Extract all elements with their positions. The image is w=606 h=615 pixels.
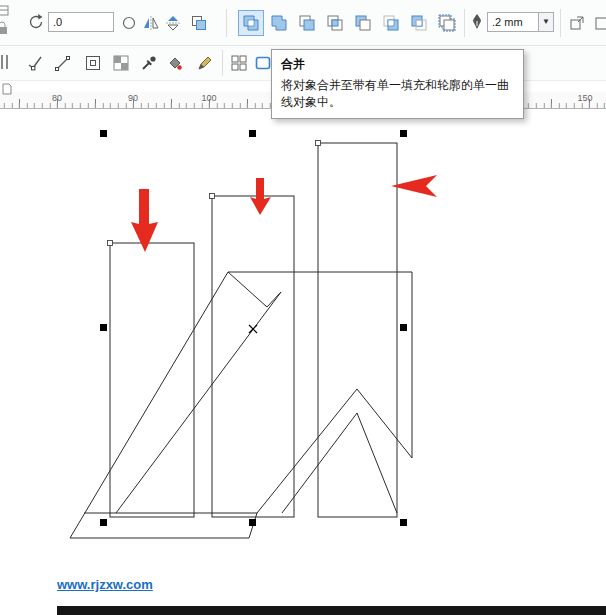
app-window: ▼ 80 90 100 150 合	[0, 0, 606, 615]
trim-button[interactable]	[294, 10, 320, 36]
weld-icon	[270, 14, 288, 32]
zigzag-top-chevron[interactable]	[116, 272, 412, 513]
line-tool-button[interactable]	[50, 50, 76, 76]
line-tool-icon	[54, 54, 72, 72]
front-minus-back-button[interactable]	[378, 10, 404, 36]
grid-icon	[230, 54, 248, 72]
simplify-button[interactable]	[350, 10, 376, 36]
box-icon	[594, 14, 606, 32]
rotation-angle-icon	[27, 13, 45, 35]
shape-tool-icon	[26, 54, 44, 72]
toolbar-separator	[222, 50, 223, 76]
weld-button[interactable]	[266, 10, 292, 36]
pattern-tool-button[interactable]	[108, 50, 134, 76]
intersect-icon	[326, 14, 344, 32]
node-marker	[210, 194, 215, 199]
toolbar-separator	[226, 9, 227, 37]
selection-handle-bottom-center[interactable]	[249, 519, 256, 526]
combine-button[interactable]	[238, 10, 264, 36]
rounded-rect-icon	[254, 54, 272, 72]
paint-bucket-icon	[166, 54, 184, 72]
eyedropper-button[interactable]	[136, 50, 162, 76]
clipped-tool-icon	[0, 52, 9, 76]
front-minus-back-icon	[382, 14, 400, 32]
clipped-right-button[interactable]	[590, 10, 606, 36]
trim-icon	[298, 14, 316, 32]
create-boundary-icon	[438, 14, 456, 32]
back-minus-front-icon	[410, 14, 428, 32]
toolbar-separator	[560, 9, 561, 37]
rotation-angle-input[interactable]	[48, 12, 114, 32]
ruler-label: 90	[128, 93, 138, 103]
bottom-dark-bar	[57, 606, 606, 615]
eyedropper-icon	[140, 54, 158, 72]
chevron-down-icon: ▼	[542, 17, 550, 26]
combine-icon	[242, 14, 260, 32]
selection-handle-top-right[interactable]	[400, 130, 407, 137]
box-arrow-icon	[568, 14, 586, 32]
checkerboard-icon	[112, 54, 130, 72]
toolbar-separator	[464, 9, 465, 37]
red-arrow-left	[391, 175, 437, 197]
selection-handle-bottom-left[interactable]	[100, 519, 107, 526]
ruler-label: 100	[201, 93, 216, 103]
rectangle-1[interactable]	[110, 243, 194, 517]
watermark-link[interactable]: www.rjzxw.com	[57, 577, 153, 592]
outline-width-dropdown-button[interactable]: ▼	[538, 12, 554, 32]
node-marker	[316, 141, 321, 146]
rectangle-3[interactable]	[318, 143, 397, 517]
intersect-button[interactable]	[322, 10, 348, 36]
paint-bucket-button[interactable]	[162, 50, 188, 76]
selection-handle-top-left[interactable]	[100, 130, 107, 137]
node-marker	[108, 241, 113, 246]
selection-handle-top-center[interactable]	[249, 130, 256, 137]
tooltip-description: 将对象合并至带有单一填充和轮廓的单一曲线对象中。	[281, 77, 514, 112]
ruler-label: 150	[577, 93, 592, 103]
page-icon	[1, 81, 13, 99]
back-minus-front-button[interactable]	[406, 10, 432, 36]
create-boundary-button[interactable]	[434, 10, 460, 36]
simplify-icon	[354, 14, 372, 32]
mirror-vertical-button[interactable]	[160, 10, 186, 36]
lock-icon	[0, 21, 10, 39]
clipped-toolbar-icon	[0, 4, 10, 22]
fill-tool-button[interactable]	[192, 50, 218, 76]
grid-paper-tool-button[interactable]	[80, 50, 106, 76]
arrange-button[interactable]	[186, 10, 212, 36]
mirror-horizontal-icon	[142, 14, 160, 32]
mirror-vertical-icon	[164, 14, 182, 32]
grid-button[interactable]	[226, 50, 252, 76]
rectangle-2[interactable]	[212, 196, 294, 517]
layers-icon	[190, 14, 208, 32]
circle-icon	[124, 18, 135, 29]
zigzag-base-band[interactable]	[70, 272, 257, 538]
tooltip: 合并 将对象合并至带有单一填充和轮廓的单一曲线对象中。	[271, 49, 524, 119]
zigzag-mountain-inner[interactable]	[282, 413, 397, 513]
ruler-label: 80	[52, 93, 62, 103]
shape-tool-button[interactable]	[22, 50, 48, 76]
pencil-icon	[196, 54, 214, 72]
selection-handle-bottom-right[interactable]	[400, 519, 407, 526]
selection-handle-mid-left[interactable]	[100, 324, 107, 331]
selection-center-marker[interactable]	[249, 325, 257, 333]
selection-handle-mid-right[interactable]	[400, 324, 407, 331]
zigzag-mountain-outer[interactable]	[257, 389, 412, 513]
tooltip-title: 合并	[281, 56, 514, 73]
outline-width-input[interactable]	[487, 12, 539, 32]
nested-squares-icon	[84, 54, 102, 72]
outline-pen-icon	[468, 12, 486, 36]
export-button[interactable]	[564, 10, 590, 36]
